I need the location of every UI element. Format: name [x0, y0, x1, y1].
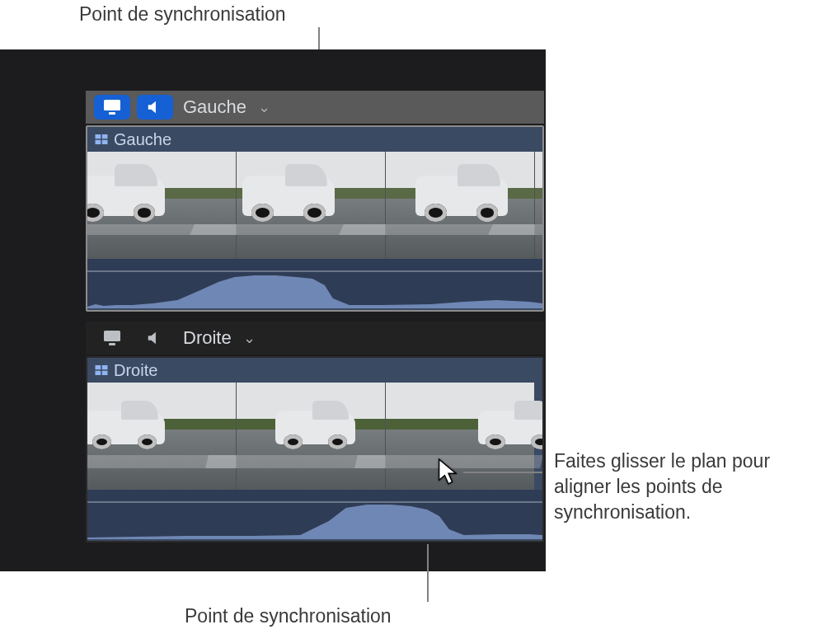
clip-name-label: Droite — [114, 361, 157, 380]
thumbnail — [237, 383, 386, 490]
figure-root: Point de synchronisation Gauche ⌄ Gauche — [0, 0, 840, 634]
angle-name-label: Gauche — [183, 96, 246, 118]
svg-rect-2 — [96, 134, 101, 139]
clip-name-label: Gauche — [114, 130, 171, 149]
angle-row-droite: Droite ⌄ Droite — [86, 322, 544, 546]
audio-waveform[interactable] — [87, 490, 542, 539]
angle-name-label: Droite — [183, 327, 232, 349]
leader-line-side — [463, 472, 542, 473]
thumbnail — [386, 152, 535, 259]
audio-speaker-icon[interactable] — [137, 326, 173, 350]
angle-editor-panel: Gauche ⌄ Gauche — [0, 49, 546, 571]
clip-droite[interactable]: Droite — [86, 356, 544, 542]
chevron-down-icon[interactable]: ⌄ — [258, 98, 270, 116]
annotation-sync-point-bottom: Point de synchronisation — [185, 603, 392, 629]
svg-rect-9 — [102, 365, 108, 369]
svg-rect-10 — [96, 371, 101, 375]
svg-rect-8 — [96, 365, 101, 369]
svg-rect-11 — [102, 371, 108, 375]
svg-rect-1 — [109, 112, 115, 115]
audio-speaker-icon[interactable] — [137, 95, 173, 120]
angle-header-droite[interactable]: Droite ⌄ — [86, 322, 544, 355]
multicam-clip-icon — [94, 132, 109, 147]
svg-rect-5 — [102, 140, 108, 144]
clip-title-bar: Droite — [87, 358, 542, 383]
multicam-clip-icon — [94, 363, 109, 378]
chevron-down-icon[interactable]: ⌄ — [243, 329, 256, 347]
thumbnail — [237, 152, 386, 259]
angle-row-gauche: Gauche ⌄ Gauche — [86, 91, 544, 315]
waveform-shape — [87, 490, 542, 539]
thumbnail — [535, 152, 542, 259]
monitor-icon — [102, 97, 122, 117]
speaker-icon — [146, 329, 164, 347]
clip-filmstrip[interactable] — [87, 383, 542, 490]
thumbnail — [87, 152, 237, 259]
audio-waveform[interactable] — [87, 259, 542, 308]
leader-line-bottom — [427, 544, 429, 602]
annotation-sync-point-top: Point de synchronisation — [79, 2, 286, 27]
annotation-drag-instruction: Faites glisser le plan pour aligner les … — [554, 448, 809, 525]
thumbnail — [87, 383, 237, 490]
svg-rect-4 — [96, 140, 101, 144]
clip-title-bar: Gauche — [87, 127, 542, 152]
svg-rect-7 — [109, 343, 115, 345]
video-monitor-icon[interactable] — [94, 95, 130, 120]
svg-rect-0 — [104, 100, 120, 110]
waveform-shape — [87, 259, 542, 308]
clip-filmstrip[interactable] — [87, 152, 542, 259]
monitor-icon — [102, 328, 122, 348]
svg-rect-6 — [104, 331, 120, 341]
thumbnail — [386, 383, 534, 490]
speaker-icon — [146, 98, 164, 116]
angle-header-gauche[interactable]: Gauche ⌄ — [86, 91, 544, 124]
video-monitor-icon[interactable] — [94, 326, 130, 350]
svg-rect-3 — [102, 134, 108, 139]
clip-gauche[interactable]: Gauche — [86, 125, 544, 312]
